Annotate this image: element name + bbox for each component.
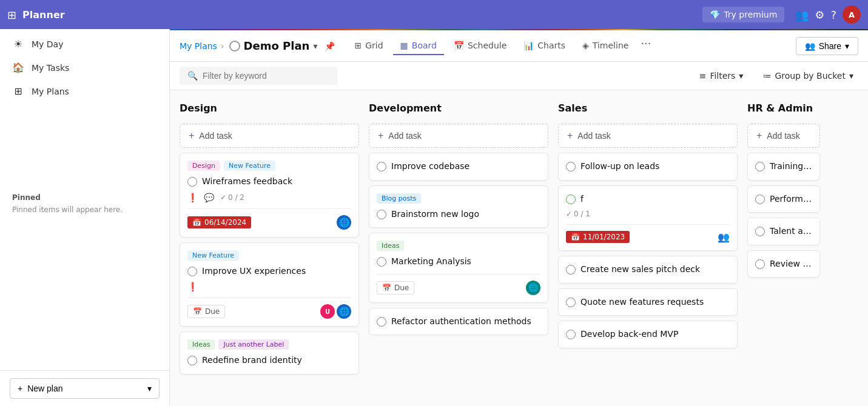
people-icon[interactable]: 👥 bbox=[795, 8, 809, 21]
sidebar-bottom: + New plan ▾ bbox=[0, 370, 169, 406]
tab-grid[interactable]: ⊞ Grid bbox=[347, 37, 390, 55]
calendar-icon: 📅 bbox=[193, 307, 202, 316]
topbar-right: 👥 Share ▾ bbox=[796, 37, 858, 55]
help-icon[interactable]: ? bbox=[830, 8, 836, 21]
tab-schedule[interactable]: 📅 Schedule bbox=[446, 37, 514, 55]
avatar[interactable]: A bbox=[843, 5, 861, 24]
card-title: Performanc... bbox=[770, 193, 812, 205]
task-checkbox[interactable] bbox=[755, 195, 765, 204]
card-title-row: Develop back-end MVP bbox=[566, 328, 730, 341]
calendar-icon: 📅 bbox=[571, 233, 580, 241]
breadcrumb-separator: › bbox=[221, 41, 224, 51]
card-title-row: Wireframes feedback bbox=[187, 176, 351, 188]
tab-board[interactable]: ▦ Board bbox=[393, 37, 444, 55]
pin-icon[interactable]: 📌 bbox=[325, 41, 335, 51]
sidebar-item-my-plans[interactable]: ⊞ My Plans bbox=[0, 79, 169, 103]
label-blog[interactable]: Blog posts bbox=[377, 193, 421, 204]
card-title-row: Performanc... bbox=[755, 193, 812, 205]
priority-icon: ❗ bbox=[187, 282, 198, 291]
label-just-another[interactable]: Just another Label bbox=[218, 339, 289, 350]
label-new-feature[interactable]: New Feature bbox=[187, 250, 239, 261]
sidebar-item-my-tasks[interactable]: 🏠 My Tasks bbox=[0, 56, 169, 79]
calendar-icon: 📅 bbox=[454, 41, 464, 50]
due-badge[interactable]: 📅 06/14/2024 bbox=[187, 216, 251, 228]
label-design[interactable]: Design bbox=[187, 161, 220, 171]
task-checkbox[interactable] bbox=[566, 298, 576, 307]
task-checkbox[interactable] bbox=[377, 257, 386, 267]
label-new-feature[interactable]: New Feature bbox=[224, 161, 275, 171]
share-button[interactable]: 👥 Share ▾ bbox=[796, 37, 858, 55]
filter-icon: ≡ bbox=[699, 71, 707, 81]
label-ideas[interactable]: Ideas bbox=[187, 339, 215, 350]
card-talent: Talent acqu... bbox=[747, 218, 820, 245]
task-checkbox[interactable] bbox=[755, 259, 765, 269]
nav-tabs: ⊞ Grid ▦ Board 📅 Schedule 📊 Charts ◈ bbox=[347, 37, 651, 55]
chevron-down-icon[interactable]: ▾ bbox=[313, 41, 317, 51]
due-date: 06/14/2024 bbox=[204, 218, 246, 227]
board-columns: Design + Add task Design New Feature bbox=[180, 100, 858, 396]
task-checkbox[interactable] bbox=[187, 177, 197, 187]
new-plan-button[interactable]: + New plan ▾ bbox=[10, 378, 160, 399]
more-options-button[interactable]: ··· bbox=[641, 37, 651, 55]
card-title: Improve UX experiences bbox=[202, 265, 306, 278]
add-task-button-design[interactable]: + Add task bbox=[180, 124, 359, 148]
task-checkbox[interactable] bbox=[755, 227, 765, 236]
task-checkbox[interactable] bbox=[566, 195, 576, 204]
toolbar: 🔍 ≡ Filters ▾ ≔ Group by Bucket ▾ bbox=[170, 62, 868, 90]
task-checkbox[interactable] bbox=[377, 317, 386, 327]
label-ideas[interactable]: Ideas bbox=[377, 241, 404, 251]
calendar-icon: 📅 bbox=[382, 284, 391, 292]
card-title: Marketing Analysis bbox=[391, 256, 471, 268]
due-badge[interactable]: 📅 Due bbox=[377, 281, 414, 295]
task-checkbox[interactable] bbox=[566, 162, 576, 171]
task-checkbox[interactable] bbox=[377, 210, 386, 219]
card-refactor: Refactor authentication methods bbox=[369, 308, 548, 336]
plus-icon: + bbox=[378, 130, 383, 141]
card-title: Brainstorm new logo bbox=[391, 208, 479, 221]
waffle-icon[interactable]: ⊞ bbox=[7, 8, 16, 21]
task-checkbox[interactable] bbox=[755, 162, 765, 171]
grid-icon: ⊞ bbox=[12, 85, 24, 97]
card-title-row: Create new sales pitch deck bbox=[566, 264, 730, 276]
tab-charts[interactable]: 📊 Charts bbox=[516, 37, 573, 55]
tab-label: Board bbox=[412, 41, 437, 50]
filters-button[interactable]: ≡ Filters ▾ bbox=[695, 68, 749, 83]
due-badge[interactable]: 📅 11/01/2023 bbox=[566, 231, 630, 243]
card-title: Improve codebase bbox=[391, 161, 469, 173]
due-date: Due bbox=[394, 284, 409, 292]
add-task-button-sales[interactable]: + Add task bbox=[558, 124, 738, 148]
card-title: Training ses... bbox=[770, 161, 812, 173]
tab-timeline[interactable]: ◈ Timeline bbox=[575, 37, 636, 55]
sidebar: ⊞ Planner ☀️ My Day 🏠 My Tasks ⊞ My Plan… bbox=[0, 0, 170, 406]
card-review: Review Can... bbox=[747, 250, 820, 278]
tab-label: Grid bbox=[365, 41, 383, 50]
checklist-count: 0 / 1 bbox=[574, 210, 590, 218]
card-labels: Ideas bbox=[377, 241, 540, 251]
task-checkbox[interactable] bbox=[187, 356, 197, 365]
my-plans-link[interactable]: My Plans bbox=[180, 41, 217, 51]
card-f: f ✓ 0 / 1 📅 11/01/2023 bbox=[558, 185, 738, 251]
card-title: Redefine brand identity bbox=[202, 354, 302, 367]
due-badge[interactable]: 📅 Due bbox=[187, 305, 225, 318]
column-development: Development + Add task Improve codebase bbox=[369, 100, 548, 396]
sidebar-item-my-day[interactable]: ☀️ My Day bbox=[0, 32, 169, 56]
check-icon: ✓ bbox=[566, 210, 572, 218]
premium-icon: 💎 bbox=[710, 10, 720, 19]
task-checkbox[interactable] bbox=[377, 162, 386, 171]
task-checkbox[interactable] bbox=[566, 265, 576, 275]
card-title: Review Can... bbox=[770, 258, 812, 270]
plan-icon bbox=[229, 41, 240, 52]
plus-icon: + bbox=[567, 130, 573, 141]
card-wireframes: Design New Feature Wireframes feedback ❗… bbox=[180, 153, 359, 238]
filter-input[interactable] bbox=[203, 71, 324, 81]
settings-icon[interactable]: ⚙ bbox=[815, 8, 824, 21]
group-by-button[interactable]: ≔ Group by Bucket ▾ bbox=[758, 68, 858, 83]
add-task-button-hr[interactable]: + Add task bbox=[747, 124, 820, 148]
task-checkbox[interactable] bbox=[566, 330, 576, 339]
try-premium-button[interactable]: 💎 Try premium bbox=[702, 7, 784, 22]
app-title: Planner bbox=[22, 9, 65, 21]
column-header-hr: HR & Admin bbox=[747, 100, 820, 119]
add-task-button-development[interactable]: + Add task bbox=[369, 124, 548, 148]
due-date: 11/01/2023 bbox=[583, 233, 625, 241]
task-checkbox[interactable] bbox=[187, 267, 197, 276]
